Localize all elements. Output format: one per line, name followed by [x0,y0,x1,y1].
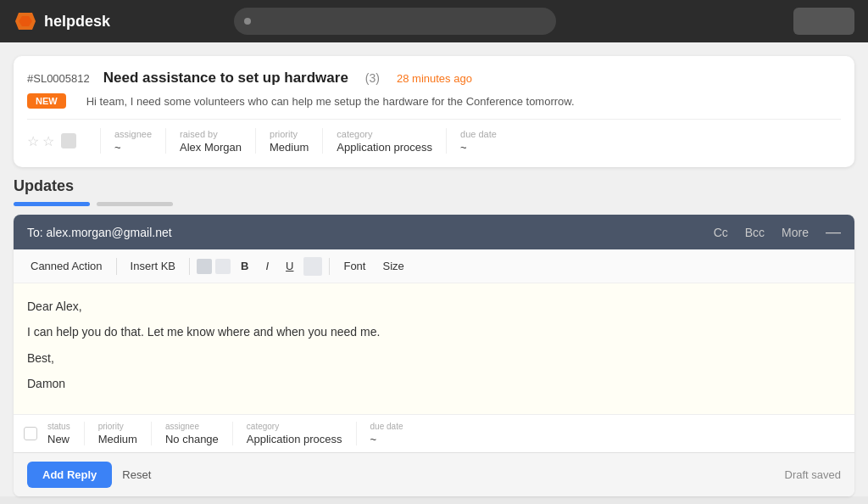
draft-saved-text: Draft saved [785,468,841,481]
search-dot [244,18,251,25]
star-2[interactable]: ☆ [42,133,54,149]
meta-priority: priority Medium [270,129,309,154]
reply-area: To: alex.morgan@gmail.net Cc Bcc More — … [14,215,854,496]
size-button[interactable]: Size [376,256,410,276]
body-line1: Dear Alex, [27,297,841,316]
body-line4: Damon [27,374,841,393]
meta-due-date: due date ~ [460,129,497,154]
ticket-title: Need assistance to set up hardware [103,70,348,87]
color-box-1[interactable] [197,259,212,274]
raised-by-label: raised by [180,129,242,139]
meta-raised-by: raised by Alex Morgan [180,129,242,154]
main-content: #SL0005812 Need assistance to set up har… [0,42,868,496]
tab-inactive[interactable] [97,202,173,206]
footer-bar: Add Reply Reset Draft saved [14,452,854,496]
ticket-card: #SL0005812 Need assistance to set up har… [14,56,854,167]
app-header: helpdesk [0,0,868,42]
updates-section: Updates [14,167,854,215]
meta-divider-2 [165,128,166,154]
updates-tabs [14,202,854,206]
editor-toolbar: Canned Action Insert KB B I U Font Size [14,249,854,283]
reset-button[interactable]: Reset [122,468,151,481]
ticket-header: #SL0005812 Need assistance to set up har… [27,70,841,87]
tab-active[interactable] [14,202,90,206]
logo: helpdesk [14,9,110,33]
format-box[interactable] [303,257,322,276]
status-field-status: status New [47,422,85,445]
bold-button[interactable]: B [234,256,255,276]
priority-status-value: Medium [98,433,137,445]
status-checkbox[interactable] [24,427,37,440]
to-line: To: alex.morgan@gmail.net Cc Bcc More — [14,215,854,249]
meta-category: category Application process [337,129,432,154]
raised-by-value: Alex Morgan [180,141,242,154]
header-right-button[interactable] [793,8,854,35]
toolbar-divider-1 [116,258,117,275]
add-reply-button[interactable]: Add Reply [27,462,112,488]
priority-label: priority [270,129,309,139]
body-line3: Best, [27,349,841,367]
category-label: category [337,129,432,139]
logo-icon [14,9,37,33]
assignee-value: ~ [114,141,152,154]
status-field-assignee: assignee No change [152,422,233,445]
updates-title: Updates [14,177,854,195]
priority-status-label: priority [98,422,137,431]
color-box-2[interactable] [215,259,231,274]
meta-divider-5 [446,128,447,154]
due-date-value: ~ [460,141,497,154]
search-bar[interactable] [234,8,556,35]
toolbar-divider-3 [329,258,330,275]
status-field-priority: priority Medium [85,422,152,445]
action-square[interactable] [61,133,76,148]
italic-button[interactable]: I [259,256,275,276]
insert-kb-button[interactable]: Insert KB [124,256,182,276]
body-line2: I can help you do that. Let me know wher… [27,322,841,341]
due-date-status-value: ~ [370,433,403,445]
ticket-stars: ☆ ☆ [27,133,76,149]
ticket-count: (3) [365,71,380,85]
ticket-id: #SL0005812 [27,72,90,85]
underline-button[interactable]: U [279,256,300,276]
assignee-label: assignee [114,129,152,139]
ticket-body-row: NEW Hi team, I need some volunteers who … [27,93,841,109]
status-field-category: category Application process [233,422,357,445]
due-date-label: due date [460,129,497,139]
to-actions: Cc Bcc More — [714,223,841,241]
meta-divider-3 [255,128,256,154]
cc-button[interactable]: Cc [714,226,728,239]
status-field-due-date: due date ~ [357,422,417,445]
email-body[interactable]: Dear Alex, I can help you do that. Let m… [14,283,854,414]
ticket-meta: ☆ ☆ assignee ~ raised by Alex Morgan pri… [27,119,841,154]
canned-action-button[interactable]: Canned Action [24,256,109,276]
priority-value: Medium [270,141,309,154]
category-value: Application process [337,141,432,154]
category-status-value: Application process [247,433,342,445]
ticket-time: 28 minutes ago [397,72,472,85]
font-button[interactable]: Font [337,256,372,276]
status-value: New [47,433,70,445]
status-bar: status New priority Medium assignee No c… [14,414,854,452]
meta-divider-1 [100,128,101,154]
toolbar-divider-2 [189,258,190,275]
more-button[interactable]: More [782,226,809,239]
status-label: status [47,422,70,431]
due-date-status-label: due date [370,422,403,431]
meta-assignee: assignee ~ [114,129,152,154]
minimize-button[interactable]: — [826,223,841,241]
ticket-preview: Hi team, I need some volunteers who can … [86,95,575,108]
ticket-badge: NEW [27,93,66,109]
star-1[interactable]: ☆ [27,133,39,149]
bcc-button[interactable]: Bcc [745,226,765,239]
category-status-label: category [247,422,342,431]
assignee-status-label: assignee [165,422,219,431]
app-name: helpdesk [44,13,110,31]
assignee-status-value: No change [165,433,219,445]
meta-divider-4 [322,128,323,154]
to-address: To: alex.morgan@gmail.net [27,226,714,239]
